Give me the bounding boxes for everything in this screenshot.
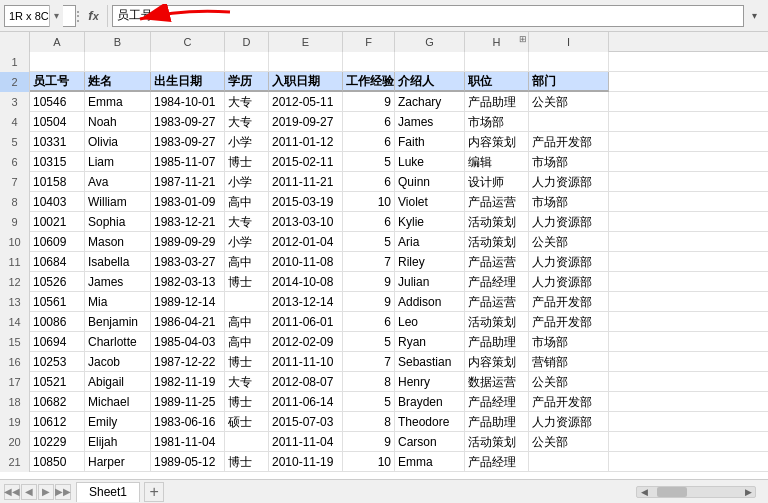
cell[interactable]: William (85, 192, 151, 212)
cell[interactable]: Liam (85, 152, 151, 172)
cell[interactable]: 活动策划 (465, 312, 529, 332)
cell[interactable]: 2012-02-09 (269, 332, 343, 352)
cell[interactable]: 硕士 (225, 412, 269, 432)
cell[interactable]: 10158 (30, 172, 85, 192)
cell[interactable]: 产品开发部 (529, 132, 609, 152)
cell[interactable]: 10403 (30, 192, 85, 212)
col-header-e[interactable]: D (225, 32, 269, 52)
cell[interactable]: Henry (395, 372, 465, 392)
cell[interactable]: James (395, 112, 465, 132)
cell[interactable]: 1989-11-25 (151, 392, 225, 412)
cell[interactable]: 5 (343, 332, 395, 352)
cell[interactable]: Elijah (85, 432, 151, 452)
sheet-tab-1[interactable]: Sheet1 (76, 482, 140, 502)
cell[interactable]: 高中 (225, 192, 269, 212)
cell[interactable]: 大专 (225, 212, 269, 232)
cell[interactable]: 2014-10-08 (269, 272, 343, 292)
cell[interactable]: James (85, 272, 151, 292)
cell[interactable]: 10331 (30, 132, 85, 152)
cell[interactable]: Benjamin (85, 312, 151, 332)
cell[interactable]: 2013-03-10 (269, 212, 343, 232)
cell[interactable]: 2015-07-03 (269, 412, 343, 432)
cell[interactable]: 10253 (30, 352, 85, 372)
cell[interactable]: 2011-01-12 (269, 132, 343, 152)
cell[interactable]: Quinn (395, 172, 465, 192)
cell[interactable]: Emily (85, 412, 151, 432)
cell[interactable]: 1983-06-16 (151, 412, 225, 432)
cell[interactable]: 小学 (225, 132, 269, 152)
cell[interactable]: 6 (343, 172, 395, 192)
cell[interactable]: 7 (343, 252, 395, 272)
cell[interactable]: 大专 (225, 372, 269, 392)
cell[interactable]: 1983-12-21 (151, 212, 225, 232)
cell[interactable]: 1989-05-12 (151, 452, 225, 472)
cell[interactable]: 产品经理 (465, 392, 529, 412)
cell[interactable]: Emma (85, 92, 151, 112)
cell[interactable]: Faith (395, 132, 465, 152)
cell[interactable]: Ava (85, 172, 151, 192)
col-header-c[interactable]: B (85, 32, 151, 52)
cell[interactable]: Sebastian (395, 352, 465, 372)
cell[interactable]: 1989-09-29 (151, 232, 225, 252)
cell[interactable]: 产品经理 (465, 452, 529, 472)
cell[interactable]: 9 (343, 432, 395, 452)
cell[interactable] (269, 52, 343, 72)
cell[interactable]: 10850 (30, 452, 85, 472)
cell[interactable]: 入职日期 (269, 72, 343, 92)
cell[interactable] (225, 432, 269, 452)
cell[interactable]: Noah (85, 112, 151, 132)
cell[interactable]: 高中 (225, 312, 269, 332)
cell[interactable]: 1982-03-13 (151, 272, 225, 292)
cell[interactable]: Theodore (395, 412, 465, 432)
cell[interactable]: 内容策划 (465, 132, 529, 152)
cell[interactable]: 博士 (225, 392, 269, 412)
cell[interactable]: 10682 (30, 392, 85, 412)
cell[interactable]: Charlotte (85, 332, 151, 352)
col-header-d[interactable]: C (151, 32, 225, 52)
tab-scroll-first[interactable]: ◀◀ (4, 484, 20, 500)
cell[interactable]: 1983-09-27 (151, 112, 225, 132)
cell[interactable]: 员工号 (30, 72, 85, 92)
cell[interactable]: 2010-11-19 (269, 452, 343, 472)
cell[interactable]: 活动策划 (465, 212, 529, 232)
cell[interactable]: 编辑 (465, 152, 529, 172)
cell[interactable]: 1984-10-01 (151, 92, 225, 112)
col-header-h[interactable]: G (395, 32, 465, 52)
function-icon[interactable]: fx (80, 5, 108, 27)
tab-scroll-next[interactable]: ▶ (38, 484, 54, 500)
cell[interactable]: 10229 (30, 432, 85, 452)
cell[interactable]: Ryan (395, 332, 465, 352)
cell[interactable]: 7 (343, 352, 395, 372)
cell[interactable]: 产品开发部 (529, 292, 609, 312)
cell[interactable]: Aria (395, 232, 465, 252)
cell[interactable]: 10086 (30, 312, 85, 332)
cell[interactable]: 出生日期 (151, 72, 225, 92)
cell[interactable]: 5 (343, 152, 395, 172)
cell[interactable]: 职位 (465, 72, 529, 92)
cell[interactable]: 2015-03-19 (269, 192, 343, 212)
cell[interactable]: 10 (343, 192, 395, 212)
cell[interactable]: 大专 (225, 112, 269, 132)
cell[interactable]: 学历 (225, 72, 269, 92)
cell[interactable]: 产品运营 (465, 252, 529, 272)
formula-input[interactable]: 员工号 (112, 5, 744, 27)
cell[interactable]: 活动策划 (465, 232, 529, 252)
cell[interactable]: 2011-11-10 (269, 352, 343, 372)
cell[interactable]: Mia (85, 292, 151, 312)
cell[interactable]: 2011-06-01 (269, 312, 343, 332)
cell[interactable]: Brayden (395, 392, 465, 412)
cell[interactable]: 高中 (225, 252, 269, 272)
cell[interactable]: 产品助理 (465, 92, 529, 112)
cell[interactable]: Mason (85, 232, 151, 252)
col-header-j[interactable]: I (529, 32, 609, 52)
cell[interactable] (529, 112, 609, 132)
formula-expand-button[interactable]: ▾ (744, 5, 764, 27)
cell[interactable]: 公关部 (529, 92, 609, 112)
scroll-left-btn[interactable]: ◀ (639, 487, 649, 497)
cell[interactable]: 公关部 (529, 432, 609, 452)
cell[interactable]: 1981-11-04 (151, 432, 225, 452)
cell[interactable]: Kylie (395, 212, 465, 232)
cell[interactable]: 1983-01-09 (151, 192, 225, 212)
cell[interactable]: 人力资源部 (529, 272, 609, 292)
cell[interactable]: 工作经验 (343, 72, 395, 92)
